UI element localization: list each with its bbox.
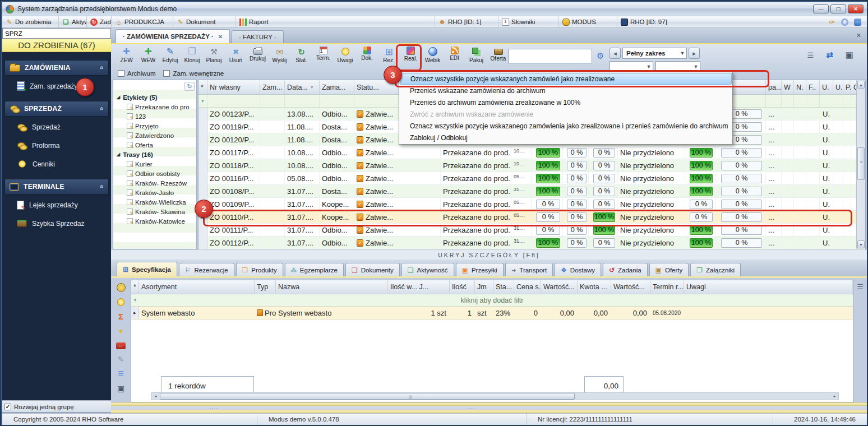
menubar-item-rho-id-1[interactable]: RHO [ID: 1]	[435, 16, 498, 27]
sidebar-item-sprzeda[interactable]: Sprzedaż	[2, 118, 111, 136]
filter-dropdown-1[interactable]	[610, 61, 653, 72]
sidebar-search-input[interactable]	[2, 28, 111, 39]
menubar-item-rho-id-97[interactable]: RHO [ID: 97]	[617, 16, 707, 27]
detail-tab-za-czniki[interactable]: Załączniki	[690, 263, 741, 276]
table-row-zo-00117-p[interactable]: ZO 00117/P...10.08....Odbio...Zatwie...P…	[198, 146, 865, 159]
sidebar-item-proforma[interactable]: Proforma	[2, 136, 111, 155]
filter-cell[interactable]	[782, 95, 794, 107]
orders-header-u[interactable]: U.	[833, 80, 843, 94]
menubar-item-raport[interactable]: Raport	[236, 16, 435, 27]
detail-tab-egzemplarze[interactable]: Egzemplarze	[285, 263, 344, 276]
tree-item-oferta[interactable]: Oferta	[113, 140, 196, 150]
toolbar-button-real[interactable]: Real.	[400, 45, 422, 69]
expand-triangle-icon[interactable]	[117, 95, 120, 100]
sidebar-item-lejek-sprzeda-y[interactable]: Lejek sprzedaży	[2, 196, 111, 214]
menubar-item-modus[interactable]: MODUS	[558, 16, 617, 27]
orders-header-[interactable]: *	[198, 80, 207, 94]
spec-header-nazwa[interactable]: Nazwa	[276, 280, 388, 294]
orders-vscrollbar[interactable]	[856, 80, 865, 249]
toolbar-button-wy-lij[interactable]: Wyślij	[269, 45, 290, 69]
checkbox-archiwum[interactable]: Archiwum	[118, 70, 155, 77]
hint-icon[interactable]	[117, 298, 124, 305]
price-icon[interactable]	[116, 283, 126, 292]
sidebar-group-terminale[interactable]: TERMINALE	[4, 179, 109, 195]
edit-icon[interactable]	[116, 354, 126, 364]
orders-header-p[interactable]: P.	[843, 80, 851, 94]
spec-row[interactable]: System webastoPro...System webasto1 szt1…	[131, 307, 853, 320]
toolbar-button-usu[interactable]: Usuń	[225, 45, 247, 69]
table-row-zo-00111-p[interactable]: ZO 00111/P...31.07....Odbio...Zatwie...P…	[198, 224, 865, 237]
context-menu-item-przenie-wskazane-zam-wienia-do-archiwum[interactable]: Przenieś wskazane zamówienia do archiwum	[400, 85, 732, 96]
toolbar-button-oferta[interactable]: Oferta	[487, 45, 509, 69]
expand-one-group-checkbox[interactable]	[4, 404, 11, 410]
spec-hscrollbar[interactable]	[151, 392, 839, 400]
tab-zam-wienia-sprzeda-y[interactable]: · ZAMÓWIENIA SPRZEDAŻY ·	[116, 29, 230, 43]
tabbar-close-icon[interactable]	[856, 32, 861, 39]
sidebar-group-sprzeda[interactable]: SPRZEDAŻ	[4, 101, 109, 117]
tree-item-odbior-osobisty[interactable]: Odbior osobisty	[113, 169, 196, 178]
filter-cell[interactable]	[207, 95, 260, 107]
toolbar-button-edytuj[interactable]: Edytuj	[159, 45, 181, 69]
collapse-chevron-icon[interactable]	[99, 107, 105, 110]
tree-refresh-icon[interactable]	[184, 82, 195, 91]
detail-tab-rezerwacje[interactable]: Rezerwacje	[179, 263, 234, 276]
toolbar-button-drukuj[interactable]: Drukuj	[247, 45, 269, 69]
spec-header-typ[interactable]: Typ	[255, 280, 276, 294]
checkbox-zam-wewn-trzne[interactable]: Zam. wewnętrzne	[163, 70, 224, 77]
scroll-left-icon[interactable]	[152, 393, 159, 400]
close-icon[interactable]	[218, 34, 223, 40]
spec-header-ilo[interactable]: Ilość	[450, 280, 475, 294]
menubar-item-produkcja[interactable]: PRODUKCJA	[111, 16, 173, 27]
context-menu-item-oznacz-wszystkie-pozycje-wskazanych-zam-[interactable]: Oznacz wszystkie pozycje wskazanych zamó…	[400, 73, 732, 85]
toolbar-button-stat[interactable]: Stat.	[290, 45, 312, 69]
toolbar-button-wew[interactable]: WEW	[137, 45, 159, 69]
toolbar-button-rez[interactable]: Rez.	[378, 45, 400, 69]
tab-faktury[interactable]: · FAKTURY ·	[232, 30, 284, 43]
list-view-icon[interactable]	[807, 50, 814, 60]
scroll-down-icon[interactable]	[857, 240, 865, 248]
help-icon[interactable]	[841, 18, 848, 26]
table-row-zo-00109-p[interactable]: ZO 00109/P...31.07....Koope...Zatwie...P…	[198, 198, 865, 211]
scroll-up-icon[interactable]	[857, 81, 865, 89]
select-region-icon[interactable]	[846, 50, 853, 60]
detail-tab-produkty[interactable]: Produkty	[236, 263, 283, 276]
menubar-item-s-owniki[interactable]: Słowniki	[498, 16, 558, 27]
filter-cell[interactable]	[320, 95, 354, 107]
spec-header-[interactable]: *	[131, 280, 139, 294]
tree-item-kurier[interactable]: Kurier	[113, 159, 196, 169]
tree-group-etykiety-5[interactable]: Etykiety (5)	[113, 92, 196, 102]
filter-icon[interactable]	[198, 95, 207, 107]
minimize-button[interactable]	[813, 4, 829, 13]
tree-group-trasy-16[interactable]: Trasy (16)	[113, 150, 196, 159]
filter-cell[interactable]	[766, 95, 782, 107]
wizard-icon[interactable]	[116, 326, 126, 336]
orders-header-nr-w-asny[interactable]: Nr własny	[207, 80, 260, 94]
toolbar-button-uwagi[interactable]: Uwagi	[334, 45, 356, 69]
filter-cell[interactable]	[833, 95, 843, 107]
collapse-chevron-icon[interactable]	[99, 185, 105, 188]
sidebar-item-zam-sprzeda-y[interactable]: Zam. sprzedaży	[2, 77, 111, 95]
toolbar-button-webik[interactable]: Webik	[422, 45, 444, 69]
hide-details-bar[interactable]: UKRYJ SZCZEGÓŁY [F8]	[111, 249, 867, 260]
tree-item-przyj-to[interactable]: Przyjęto	[113, 121, 196, 131]
tree-item-zatwierdzono[interactable]: Zatwierdzono	[113, 131, 196, 140]
tree-item-krak-w-jas-o[interactable]: Kraków-Jasło	[113, 188, 196, 197]
maximize-button[interactable]	[830, 4, 846, 13]
table-row-zo-00110-p[interactable]: ZO 00110/P...31.07....Koope...Zatwie...P…	[198, 211, 865, 224]
range-selector[interactable]: Pełny zakres	[622, 48, 687, 59]
filter-cell[interactable]	[843, 95, 851, 107]
filter-cell[interactable]	[806, 95, 820, 107]
filter-cell[interactable]	[794, 95, 806, 107]
stack-icon[interactable]	[116, 369, 126, 378]
detail-tab-oferty[interactable]: Oferty	[649, 263, 689, 276]
filter-cell[interactable]	[820, 95, 833, 107]
context-menu-item-zablokuj-odblokuj[interactable]: Zablokuj / Odblokuj	[400, 132, 732, 143]
spec-header-termin-r[interactable]: Termin r...	[650, 280, 684, 294]
tree-item-przekazane-do-pro[interactable]: Przekazane do pro	[113, 102, 196, 112]
spec-header-asortyment[interactable]: Asortyment	[139, 280, 255, 294]
column-chooser-icon[interactable]	[857, 283, 864, 402]
sidebar-item-szybka-sprzeda[interactable]: Szybka Sprzedaż	[2, 214, 111, 233]
collapse-chevron-icon[interactable]	[99, 66, 105, 70]
menubar-item-zadanie[interactable]: Zadanie	[86, 16, 111, 27]
spec-header-jm[interactable]: Jm	[475, 280, 493, 294]
